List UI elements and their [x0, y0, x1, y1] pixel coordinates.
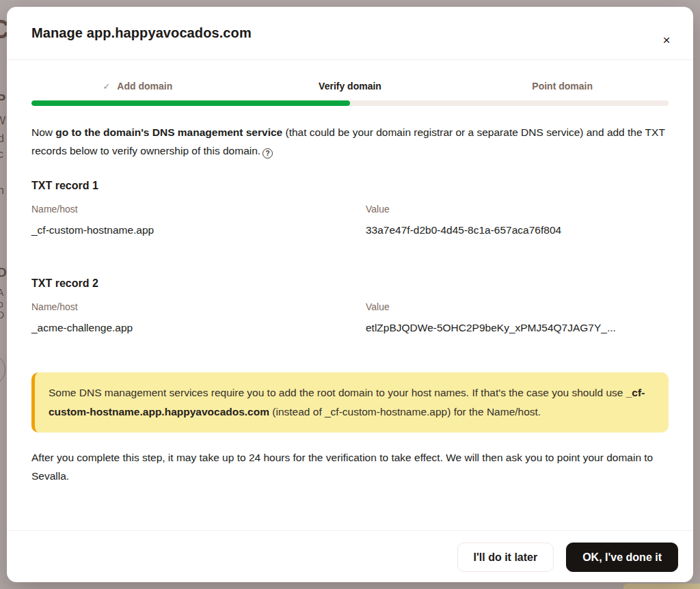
name-host-value: _acme-challenge.app — [31, 322, 366, 334]
dialog-body: ✓Add domain Verify domain Point domain N… — [7, 60, 693, 530]
step-label: Add domain — [117, 81, 172, 92]
domain-setup-stepper: ✓Add domain Verify domain Point domain — [31, 81, 669, 92]
background-text-fragment: A — [0, 287, 3, 298]
checkmark-icon: ✓ — [103, 81, 110, 92]
step-verify-domain: Verify domain — [244, 81, 457, 92]
step-label: Verify domain — [319, 81, 381, 92]
record-value: 33a7e47f-d2b0-4d45-8c1a-657aca76f804 — [366, 224, 669, 236]
background-text-fragment: d — [0, 133, 4, 145]
help-icon[interactable]: ? — [262, 148, 273, 159]
txt-record-2: TXT record 2 Name/host Value _acme-chall… — [31, 277, 669, 334]
progress-bar-track — [31, 100, 669, 106]
name-host-value: _cf-custom-hostname.app — [31, 224, 366, 236]
record-title: TXT record 1 — [31, 180, 669, 192]
manage-domain-dialog: Manage app.happyavocados.com × ✓Add doma… — [7, 7, 693, 582]
step-point-domain: Point domain — [456, 81, 669, 92]
instructions-bold-text: go to the domain's DNS management servic… — [55, 126, 282, 138]
verify-instructions: Now go to the domain's DNS management se… — [31, 123, 669, 160]
background-button-fragment — [623, 584, 700, 589]
name-host-label: Name/host — [31, 204, 366, 215]
record-value: etlZpBJQDWe-5OHC2P9beKy_xPMJ54Q7JAG7Y_..… — [366, 322, 669, 334]
ok-done-button[interactable]: OK, I've done it — [566, 543, 678, 572]
record-title: TXT record 2 — [31, 277, 669, 290]
background-text-fragment: c — [0, 148, 3, 161]
verification-time-note: After you complete this step, it may tak… — [31, 448, 669, 485]
dialog-footer: I'll do it later OK, I've done it — [7, 530, 693, 582]
value-label: Value — [366, 301, 669, 312]
step-label: Point domain — [532, 81, 593, 92]
do-it-later-button[interactable]: I'll do it later — [457, 543, 554, 572]
close-icon[interactable]: × — [656, 30, 677, 51]
step-add-domain: ✓Add domain — [31, 81, 244, 92]
name-host-label: Name/host — [31, 301, 366, 312]
dns-root-domain-notice: Some DNS management services require you… — [31, 372, 669, 433]
background-text-fragment: h — [0, 184, 4, 197]
background-text-fragment: W — [0, 115, 5, 127]
notice-text: Some DNS management services require you… — [49, 387, 626, 398]
dialog-title: Manage app.happyavocados.com — [31, 25, 669, 41]
txt-record-1: TXT record 1 Name/host Value _cf-custom-… — [31, 180, 669, 236]
progress-bar-fill — [31, 100, 350, 106]
notice-text: (instead of _cf-custom-hostname.app) for… — [269, 406, 541, 417]
background-text-fragment: D — [0, 265, 7, 280]
background-text-fragment: P — [0, 92, 5, 107]
dialog-header: Manage app.happyavocados.com × — [7, 7, 693, 60]
background-text-fragment: D — [0, 310, 4, 320]
background-circle-fragment — [0, 354, 5, 385]
value-label: Value — [366, 204, 669, 215]
background-text-fragment: b — [0, 299, 3, 310]
instructions-text: Now — [31, 126, 55, 138]
